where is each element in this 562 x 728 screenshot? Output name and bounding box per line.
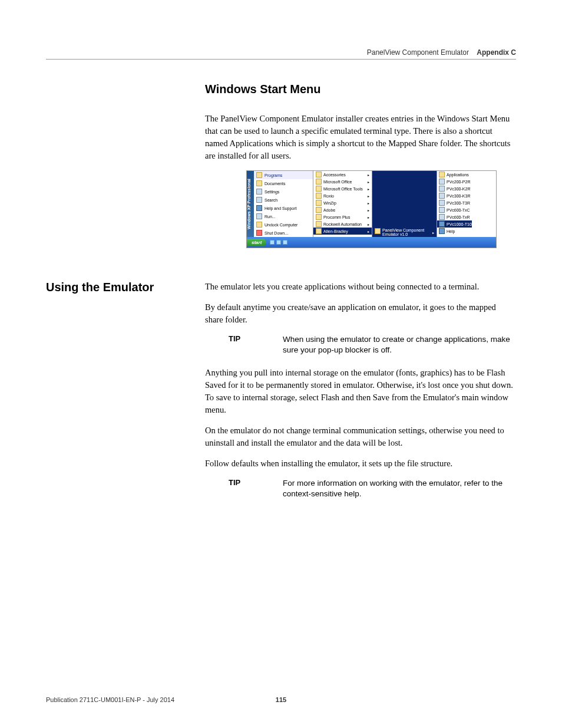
submenu-arrow-icon (368, 208, 369, 212)
start-button[interactable]: start (247, 239, 266, 246)
folder-icon (375, 228, 381, 234)
submenu-arrow-icon (368, 229, 369, 233)
folder-icon (316, 186, 322, 192)
side-heading-using-emulator: Using the Emulator (46, 281, 205, 294)
menu-rockwell[interactable]: Rockwell Automation (313, 220, 372, 228)
paragraph: The PanelView Component Emulator install… (205, 113, 516, 162)
doc-title: PanelView Component Emulator (367, 48, 469, 57)
start-item-shutdown[interactable]: Shut Down... (254, 229, 313, 237)
start-item-search[interactable]: Search (254, 196, 313, 204)
settings-icon (256, 189, 262, 195)
pv-item[interactable]: PVc200-P2R (437, 178, 472, 185)
pv-item[interactable]: PVc600-TxC (437, 206, 472, 213)
menu-pv-emulator[interactable]: PanelView Component Emulator v1.0 (372, 228, 437, 237)
pv-item-help[interactable]: Help (437, 228, 472, 235)
tip-block: TIP When using the emulator to create or… (229, 334, 516, 355)
programs-submenu: Accessories Microsoft Office Microsoft O… (313, 171, 372, 237)
terminal-icon (439, 193, 445, 199)
start-item-undock[interactable]: Undock Computer (254, 220, 313, 229)
terminal-icon (439, 214, 445, 220)
tip-block: TIP For more information on working with… (229, 478, 516, 499)
menu-msoffice[interactable]: Microsoft Office (313, 178, 372, 185)
undock-icon (256, 222, 262, 228)
pv-item[interactable]: PVc600-TxR (437, 213, 472, 220)
folder-icon (316, 200, 322, 206)
quicklaunch-icon[interactable] (276, 240, 281, 245)
paragraph: Follow defaults when installing the emul… (205, 457, 516, 470)
folder-icon (439, 172, 445, 177)
pv-item-applications[interactable]: Applications (437, 171, 472, 178)
folder-icon (316, 228, 322, 234)
folder-icon (316, 172, 322, 177)
documents-icon (256, 180, 262, 186)
menu-procomm[interactable]: Procomm Plus (313, 213, 372, 220)
menu-adobe[interactable]: Adobe (313, 206, 372, 213)
folder-icon (316, 179, 322, 185)
pv-item-selected[interactable]: PVc1000-T10C (437, 220, 472, 228)
quicklaunch-icon[interactable] (270, 240, 275, 245)
paragraph: On the emulator do not change terminal c… (205, 424, 516, 449)
figure-panels: Windows XP Professional Programs Documen… (247, 171, 496, 237)
menu-accessories[interactable]: Accessories (313, 171, 372, 178)
pv-item[interactable]: PVc300-K3R (437, 192, 472, 199)
folder-icon (316, 207, 322, 213)
tip-text: When using the emulator to create or cha… (283, 334, 516, 355)
section-using-emulator: Using the Emulator The emulator lets you… (46, 281, 516, 510)
page-content: Windows Start Menu The PanelView Compone… (46, 77, 516, 510)
paragraph: Anything you pull into internal storage … (205, 367, 516, 416)
header-rule (46, 59, 516, 60)
xp-taskbar: start (247, 237, 496, 248)
running-header: PanelView Component Emulator Appendix C (46, 48, 516, 57)
programs-icon (256, 172, 262, 178)
xp-sidebar: Windows XP Professional (247, 171, 254, 237)
quicklaunch-icon[interactable] (283, 240, 287, 245)
start-item-settings[interactable]: Settings (254, 187, 313, 196)
start-menu-screenshot: Windows XP Professional Programs Documen… (246, 170, 497, 248)
allen-bradley-submenu: PanelView Component Emulator v1.0 (372, 171, 437, 237)
quicklaunch-icons (270, 240, 287, 245)
submenu-arrow-icon (368, 180, 369, 184)
help-icon (256, 205, 262, 211)
page-number: 115 (276, 696, 286, 703)
folder-icon (316, 193, 322, 199)
start-item-programs[interactable]: Programs (254, 171, 313, 179)
menu-msoffice-tools[interactable]: Microsoft Office Tools (313, 185, 372, 192)
submenu-arrow-icon (368, 222, 369, 226)
terminal-icon (439, 221, 445, 227)
section-body: The emulator lets you create application… (205, 281, 516, 510)
start-item-run[interactable]: Run... (254, 212, 313, 220)
search-icon (256, 197, 262, 203)
pv-item[interactable]: PVc300-K2R (437, 185, 472, 192)
start-item-documents[interactable]: Documents (254, 179, 313, 187)
page-footer: Publication 2711C-UM001I-EN-P - July 201… (46, 696, 516, 703)
tip-label: TIP (229, 334, 283, 355)
help-icon (439, 228, 445, 234)
menu-winzip[interactable]: WinZip (313, 199, 372, 206)
submenu-arrow-icon (368, 194, 369, 198)
terminal-icon (439, 207, 445, 213)
submenu-arrow-icon (368, 215, 369, 219)
menu-roxio[interactable]: Roxio (313, 192, 372, 199)
appendix-label: Appendix C (477, 48, 516, 57)
submenu-arrow-icon (432, 230, 434, 235)
submenu-arrow-icon (368, 187, 369, 191)
start-menu-column: Programs Documents Settings Search Help … (254, 171, 313, 237)
terminal-icon (439, 179, 445, 185)
paragraph: The emulator lets you create application… (205, 281, 516, 293)
terminal-icon (439, 200, 445, 206)
submenu-arrow-icon (368, 201, 369, 205)
tip-text: For more information on working with the… (283, 478, 516, 499)
shutdown-icon (256, 230, 262, 236)
pv-emulator-submenu: Applications PVc200-P2R PVc300-K2R PVc30… (437, 171, 472, 237)
folder-icon (316, 214, 322, 220)
terminal-icon (439, 186, 445, 192)
submenu-arrow-icon (368, 173, 369, 177)
paragraph: By default anytime you create/save an ap… (205, 301, 516, 326)
start-item-help[interactable]: Help and Support (254, 204, 313, 212)
tip-label: TIP (229, 478, 283, 499)
menu-allen-bradley[interactable]: Allen-Bradley (313, 228, 372, 235)
section-heading-start-menu: Windows Start Menu (205, 83, 516, 96)
folder-icon (316, 221, 322, 227)
pv-item[interactable]: PVc300-T3R (437, 199, 472, 206)
publication-id: Publication 2711C-UM001I-EN-P - July 201… (46, 696, 174, 703)
